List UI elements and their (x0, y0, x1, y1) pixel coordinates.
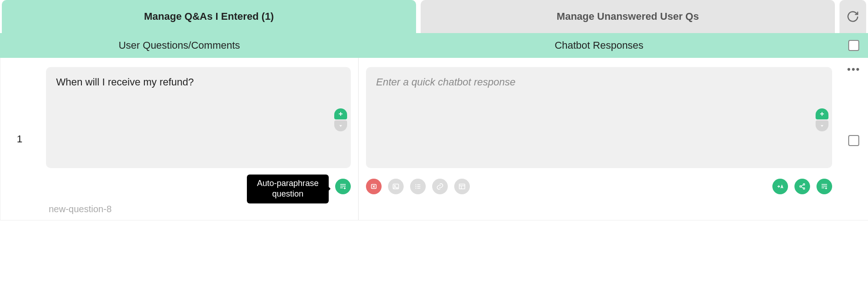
svg-point-26 (803, 184, 805, 185)
translate-icon (776, 182, 784, 191)
question-toolbar: Auto-paraphrase question (46, 177, 351, 196)
row-more-menu[interactable]: ••• (847, 63, 860, 75)
svg-line-29 (801, 185, 804, 186)
question-slug: new-question-8 (46, 204, 351, 214)
svg-marker-10 (821, 125, 823, 127)
row-side-controls: ••• (839, 58, 868, 220)
refresh-button[interactable] (839, 0, 866, 33)
column-headers: User Questions/Comments Chatbot Response… (0, 33, 868, 58)
svg-marker-2 (339, 125, 342, 127)
response-textarea[interactable] (366, 67, 832, 168)
svg-point-20 (415, 188, 416, 189)
refresh-icon (846, 10, 859, 23)
delete-x-icon (370, 182, 378, 191)
delete-response-button[interactable] (366, 179, 382, 194)
qa-row: 1 Auto-paraphrase question new-question (0, 58, 868, 220)
response-add-button[interactable] (816, 108, 828, 119)
link-button[interactable] (432, 179, 448, 194)
select-all-checkbox[interactable] (848, 40, 859, 51)
svg-rect-22 (459, 184, 465, 189)
question-pill-controls (334, 108, 347, 131)
svg-line-30 (801, 187, 804, 188)
link-icon (436, 182, 444, 191)
svg-point-16 (415, 184, 416, 185)
response-toolbar (366, 177, 832, 196)
tabs-row: Manage Q&As I Entered (1) Manage Unanswe… (0, 0, 868, 33)
svg-point-15 (394, 185, 395, 186)
response-expand-button[interactable] (816, 120, 828, 131)
template-button[interactable] (454, 179, 470, 194)
response-pill-controls (816, 108, 828, 131)
plus-icon (337, 111, 344, 117)
auto-paraphrase-tooltip: Auto-paraphrase question (247, 175, 329, 203)
add-layout-icon (820, 182, 828, 191)
header-chatbot-responses: Chatbot Responses (359, 39, 839, 51)
share-icon (798, 182, 806, 191)
layout-icon (458, 182, 466, 191)
plus-icon (819, 111, 825, 117)
svg-point-27 (800, 186, 801, 187)
svg-point-18 (415, 186, 416, 187)
question-column: Auto-paraphrase question new-question-8 (39, 58, 359, 220)
tab-manage-entered-qas[interactable]: Manage Q&As I Entered (1) (2, 0, 416, 33)
add-template-button[interactable] (817, 179, 832, 194)
header-user-questions: User Questions/Comments (0, 39, 359, 51)
list-button[interactable] (410, 179, 426, 194)
row-index: 1 (0, 58, 39, 220)
response-column (359, 58, 839, 220)
share-button[interactable] (794, 179, 810, 194)
image-button[interactable] (388, 179, 404, 194)
chevron-down-icon (819, 123, 825, 129)
question-textarea[interactable] (46, 67, 351, 168)
question-expand-button[interactable] (334, 120, 347, 131)
row-select-checkbox[interactable] (848, 135, 859, 146)
tab-manage-unanswered-qs[interactable]: Manage Unanswered User Qs (421, 0, 835, 33)
svg-point-28 (803, 188, 805, 189)
auto-paraphrase-button[interactable] (335, 179, 351, 194)
chevron-down-icon (338, 123, 343, 129)
translate-button[interactable] (772, 179, 788, 194)
image-icon (392, 182, 400, 191)
paraphrase-add-icon (339, 182, 347, 191)
question-add-button[interactable] (334, 108, 347, 119)
list-icon (414, 182, 422, 191)
